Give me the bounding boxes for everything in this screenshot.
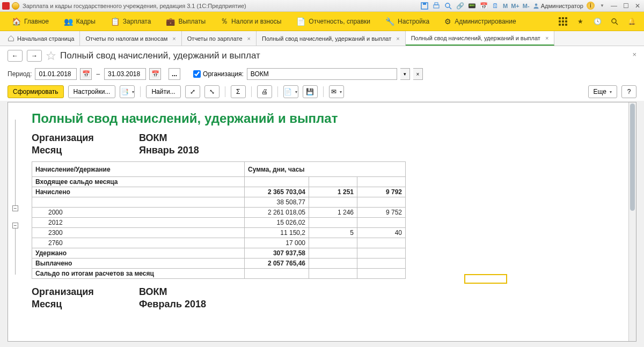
table-row[interactable]: Входящее сальдо месяца xyxy=(32,177,406,187)
favorite-icon[interactable]: ★ xyxy=(575,17,585,26)
menu-label: Администрирование xyxy=(455,18,516,25)
info-dropdown-icon[interactable]: ▼ xyxy=(598,2,606,10)
table-row[interactable]: 201215 026,02 xyxy=(32,218,406,228)
tab-salary-reports[interactable]: Отчеты по зарплате× xyxy=(182,31,257,46)
close-icon[interactable]: × xyxy=(172,35,175,42)
svg-point-7 xyxy=(612,19,616,23)
month-value: Январь 2018 xyxy=(139,145,199,156)
menu-label: Выплаты xyxy=(178,18,206,25)
settings-button[interactable]: Настройки... xyxy=(68,85,116,98)
variant-button[interactable]: 📑▾ xyxy=(120,85,135,98)
table-row[interactable]: Удержано307 937,58 xyxy=(32,248,406,259)
print-button[interactable]: 🖨 xyxy=(257,85,272,98)
cell: 1 251 xyxy=(309,187,357,197)
report-area: − − − Полный свод начислений, удержаний … xyxy=(8,102,636,342)
nav-forward-button[interactable]: → xyxy=(27,50,42,62)
menu-taxes[interactable]: ％Налоги и взносы xyxy=(213,12,289,31)
org-clear-icon[interactable]: × xyxy=(413,68,423,80)
sum-button[interactable]: Σ xyxy=(231,85,246,98)
help-button[interactable]: ? xyxy=(621,85,636,98)
table-row[interactable]: 276017 000 xyxy=(32,238,406,248)
calculator-icon[interactable]: 📟 xyxy=(467,2,476,10)
save-icon[interactable] xyxy=(420,2,429,10)
memory-mminus[interactable]: M- xyxy=(523,3,530,9)
cell: Сальдо по итогам расчетов за месяц xyxy=(32,269,245,279)
period-select-button[interactable]: ... xyxy=(169,68,180,80)
apps-grid-icon[interactable] xyxy=(558,17,568,26)
menu-personnel[interactable]: 👥Кадры xyxy=(56,12,103,31)
separator xyxy=(140,86,141,97)
close-icon[interactable]: × xyxy=(545,35,548,41)
scrollbar-thumb[interactable] xyxy=(630,104,635,211)
vertical-scrollbar[interactable] xyxy=(628,102,636,341)
page-header: ← → Полный свод начислений, удержаний и … xyxy=(0,46,644,65)
mail-button[interactable]: ✉▾ xyxy=(329,85,344,98)
menu-reports[interactable]: 📄Отчетность, справки xyxy=(289,12,378,31)
save-as-button[interactable]: 📄▾ xyxy=(283,85,298,98)
cell: Удержано xyxy=(32,248,245,259)
cell xyxy=(309,269,357,279)
star-icon[interactable] xyxy=(46,51,56,61)
cell xyxy=(32,197,245,208)
generate-button[interactable]: Сформировать xyxy=(8,85,64,98)
report-content: Полный свод начислений, удержаний и выпл… xyxy=(8,102,636,310)
window-minimize-icon[interactable]: — xyxy=(610,2,618,10)
find-button[interactable]: Найти... xyxy=(146,85,180,98)
tab-summary-2[interactable]: Полный свод начислений, удержаний и выпл… xyxy=(406,31,555,46)
search-global-icon[interactable] xyxy=(444,2,452,10)
calendar-icon[interactable]: 📅 xyxy=(479,2,488,10)
user-label: Администратор xyxy=(541,3,583,9)
table-row[interactable]: Начислено2 365 703,041 2519 792 xyxy=(32,187,406,197)
memory-m[interactable]: M xyxy=(503,3,508,9)
menu-settings[interactable]: 🔧Настройка xyxy=(378,12,437,31)
cell: 2 365 703,04 xyxy=(245,187,309,197)
more-button[interactable]: Еще▾ xyxy=(588,85,617,98)
org-input[interactable]: ВОКМ xyxy=(247,68,397,80)
menu-payouts[interactable]: 💼Выплаты xyxy=(158,12,213,31)
window-maximize-icon[interactable]: ☐ xyxy=(621,2,630,10)
tab-tax-reports[interactable]: Отчеты по налогам и взносам× xyxy=(80,31,181,46)
app-menu-dropdown[interactable] xyxy=(12,2,19,10)
date-from-input[interactable] xyxy=(35,68,77,80)
menu-admin[interactable]: ⚙Администрирование xyxy=(437,12,523,31)
table-row[interactable]: 230011 150,2540 xyxy=(32,228,406,238)
table-row[interactable]: Сальдо по итогам расчетов за месяц xyxy=(32,269,406,279)
tab-home[interactable]: Начальная страница xyxy=(2,31,80,46)
menu-salary[interactable]: 📋Зарплата xyxy=(103,12,159,31)
link-icon[interactable]: 🔗 xyxy=(456,2,464,10)
collapse-button[interactable]: ⤡ xyxy=(204,85,219,98)
cell xyxy=(309,177,357,187)
close-icon[interactable]: × xyxy=(396,35,399,42)
schedule-icon[interactable]: 🗓 xyxy=(491,2,500,10)
memory-mplus[interactable]: M+ xyxy=(511,3,519,9)
page-close-icon[interactable]: × xyxy=(632,50,636,58)
menu-main[interactable]: 🏠Главное xyxy=(4,12,56,31)
expand-button[interactable]: ⤢ xyxy=(185,85,200,98)
month-label: Месяц xyxy=(32,299,139,310)
date-to-input[interactable] xyxy=(104,68,146,80)
cell: 2 057 765,46 xyxy=(245,259,309,269)
bell-icon[interactable]: 🔔 xyxy=(627,17,636,26)
tab-summary-1[interactable]: Полный свод начислений, удержаний и выпл… xyxy=(257,31,406,46)
tab-label: Начальная страница xyxy=(17,35,74,42)
table-row[interactable]: 20002 261 018,051 2469 752 xyxy=(32,208,406,218)
search-icon[interactable] xyxy=(610,17,619,26)
table-row[interactable]: Выплачено2 057 765,46 xyxy=(32,259,406,269)
current-user[interactable]: Администратор xyxy=(533,3,583,9)
date-to-picker-icon[interactable]: 📅 xyxy=(149,68,161,80)
print-icon[interactable] xyxy=(432,2,441,10)
org-dropdown-icon[interactable]: ▾ xyxy=(400,68,410,80)
table-row[interactable]: 38 508,77 xyxy=(32,197,406,208)
org-filter-checkbox-label[interactable]: Организация: xyxy=(193,70,244,78)
org-filter-checkbox[interactable] xyxy=(193,70,201,78)
cell xyxy=(309,248,357,259)
save-button[interactable]: 💾 xyxy=(303,85,318,98)
window-close-icon[interactable]: ✕ xyxy=(633,2,642,10)
info-icon[interactable]: i xyxy=(587,2,595,10)
date-from-picker-icon[interactable]: 📅 xyxy=(80,68,92,80)
close-icon[interactable]: × xyxy=(247,35,251,42)
nav-back-button[interactable]: ← xyxy=(8,50,23,62)
history-icon[interactable]: 🕓 xyxy=(592,17,602,26)
btn-label: Еще xyxy=(594,88,606,95)
doc-icon: 📄 xyxy=(296,17,305,26)
